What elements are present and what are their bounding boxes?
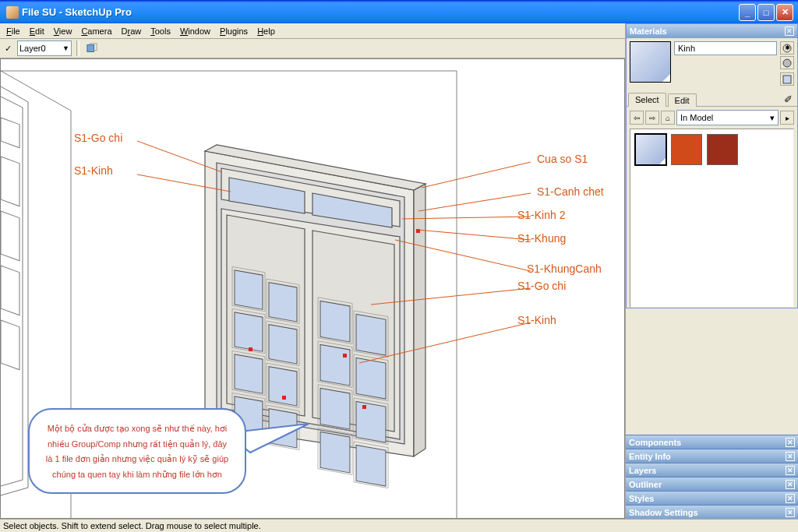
svg-rect-34 [320,432,350,473]
details-button[interactable]: ▸ [780,111,794,125]
callout-label: S1-Go chi [74,132,122,144]
nav-back-button[interactable]: ⇦ [630,111,644,125]
svg-rect-44 [249,347,252,351]
svg-rect-10 [1,266,19,315]
panel-shadow-settings[interactable]: Shadow Settings✕ [626,505,798,519]
svg-rect-7 [1,118,19,148]
menu-view[interactable]: View [49,25,77,37]
chevron-down-icon: ▾ [770,113,775,123]
layer-visible-icon[interactable]: ✓ [3,44,12,54]
minimize-button[interactable]: _ [739,4,756,21]
svg-rect-8 [1,157,19,206]
svg-rect-16 [235,354,263,393]
chevron-down-icon: ▼ [62,44,69,52]
tab-select[interactable]: Select [628,93,666,107]
window-title: File SU - SketchUp Pro [22,6,132,18]
menu-plugins[interactable]: Plugins [215,25,252,37]
svg-rect-11 [1,320,19,370]
material-swatch[interactable] [635,134,666,165]
layer-current: Layer0 [19,44,46,53]
right-dock: Materials ✕ Kinh ✷ Select Edit ✐ ⇦ ⇨ ⌂ I… [625,23,798,519]
callout-label: S1-Kinh [517,314,556,326]
callout-label: S1-Canh chet [537,185,604,198]
status-bar: Select objects. Shift to extend select. … [0,519,798,532]
callout-label: S1-Kinh 2 [517,209,565,221]
material-swatch-grid [630,129,794,308]
panel-layers[interactable]: Layers✕ [626,463,798,477]
layer-dropdown[interactable]: Layer0 ▼ [17,41,72,56]
svg-rect-30 [320,344,350,386]
collection-dropdown[interactable]: In Model ▾ [676,110,779,125]
panel-close-button[interactable]: ✕ [786,480,795,489]
material-swatch[interactable] [671,134,702,165]
panel-styles[interactable]: Styles✕ [626,491,798,505]
svg-rect-15 [269,325,297,364]
panel-close-button[interactable]: ✕ [786,494,795,503]
svg-rect-33 [356,401,386,442]
toolbar-divider [76,41,79,56]
annotation-text: Một bộ cửa được tạo xong sẽ như thế này,… [46,424,228,479]
materials-panel: Materials ✕ Kinh ✷ Select Edit ✐ ⇦ ⇨ ⌂ I… [626,23,798,308]
menu-window[interactable]: Window [175,25,215,37]
svg-rect-52 [783,76,791,83]
close-button[interactable]: ✕ [776,4,793,21]
menu-edit[interactable]: Edit [25,25,49,37]
callout-label: Cua so S1 [537,153,588,165]
nav-home-button[interactable]: ⌂ [661,111,675,125]
current-material-swatch[interactable] [630,41,671,83]
window-titlebar: File SU - SketchUp Pro _ □ ✕ [0,0,798,23]
callout-label: S1-KhungCanh [527,262,602,275]
svg-rect-28 [320,301,350,342]
transparent-material-button[interactable] [780,72,794,86]
panel-entity-info[interactable]: Entity Info✕ [626,449,798,463]
svg-line-4 [1,71,71,111]
status-text: Select objects. Shift to extend select. … [3,521,261,530]
svg-text:✷: ✷ [784,44,791,52]
panel-title: Materials [630,26,667,36]
workspace: S1-Go chi S1-Kinh Cua so S1 S1-Canh chet… [0,58,625,519]
material-swatch[interactable] [707,134,738,165]
svg-rect-13 [269,283,297,322]
svg-rect-31 [356,358,386,399]
default-material-button[interactable] [780,56,794,69]
model-viewport[interactable]: S1-Go chi S1-Kinh Cua so S1 S1-Canh chet… [0,58,625,519]
callout-label: S1-Khung [517,232,566,245]
svg-rect-14 [235,312,263,351]
svg-rect-46 [343,354,347,358]
menu-camera[interactable]: Camera [76,25,116,37]
svg-point-51 [783,59,791,67]
callout-label: S1-Go chi [517,280,566,292]
svg-rect-29 [356,314,386,355]
menu-tools[interactable]: Tools [146,25,175,37]
menu-draw[interactable]: Draw [117,25,147,37]
panel-close-button[interactable]: ✕ [786,508,795,517]
annotation-callout: Một bộ cửa được tạo xong sẽ như thế này,… [28,408,246,494]
maximize-button[interactable]: □ [757,4,775,21]
panel-components[interactable]: Components✕ [626,435,798,449]
panel-close-button[interactable]: ✕ [785,26,794,36]
app-icon [6,6,19,19]
svg-rect-35 [356,445,386,486]
manager-button[interactable] [84,41,100,56]
collection-name: In Model [680,113,713,122]
panel-outliner[interactable]: Outliner✕ [626,477,798,491]
svg-rect-9 [1,211,19,261]
svg-rect-47 [362,405,366,409]
svg-rect-32 [320,388,350,429]
material-name-field[interactable]: Kinh [674,41,777,55]
panel-close-button[interactable]: ✕ [786,452,795,461]
menu-file[interactable]: File [2,25,25,37]
svg-rect-17 [269,367,297,406]
menu-help[interactable]: Help [252,25,280,37]
create-material-button[interactable]: ✷ [780,41,794,55]
nav-forward-button[interactable]: ⇨ [645,111,659,125]
panel-close-button[interactable]: ✕ [786,438,795,447]
panel-close-button[interactable]: ✕ [786,466,795,475]
callout-label: S1-Kinh [74,164,113,177]
eyedropper-icon[interactable]: ✐ [784,93,793,105]
svg-rect-12 [235,270,263,309]
tab-edit[interactable]: Edit [668,93,697,107]
collapsed-panels-stack: Components✕ Entity Info✕ Layers✕ Outline… [626,435,798,519]
svg-rect-45 [282,396,286,400]
